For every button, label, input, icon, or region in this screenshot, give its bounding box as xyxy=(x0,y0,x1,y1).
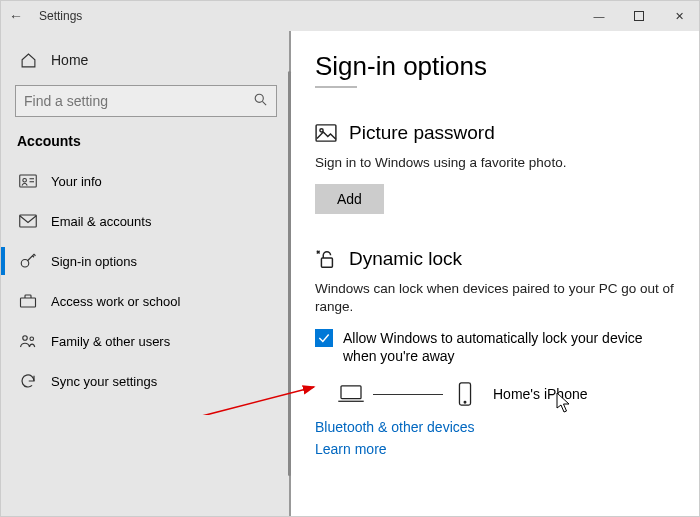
sidebar-item-label: Family & other users xyxy=(51,334,170,349)
close-button[interactable]: ✕ xyxy=(659,1,699,31)
titlebar: ← Settings ― ✕ xyxy=(1,1,699,31)
mail-icon xyxy=(19,212,37,230)
checkbox-checked-icon[interactable] xyxy=(315,329,333,347)
content-pane: Sign-in options Picture password Sign in… xyxy=(291,31,699,516)
window-title: Settings xyxy=(31,9,82,23)
laptop-icon xyxy=(337,383,365,405)
sidebar-item-label: Email & accounts xyxy=(51,214,151,229)
search-box[interactable] xyxy=(15,85,277,117)
sidebar-item-family-other-users[interactable]: Family & other users xyxy=(15,321,277,361)
sidebar-home[interactable]: Home xyxy=(15,41,277,79)
svg-line-2 xyxy=(262,101,266,105)
svg-rect-7 xyxy=(20,215,37,227)
key-icon xyxy=(19,252,37,270)
svg-point-19 xyxy=(464,402,466,404)
dynamic-lock-icon xyxy=(315,248,337,270)
back-button[interactable]: ← xyxy=(1,8,31,24)
paired-device-name: Home's iPhone xyxy=(493,386,588,402)
auto-lock-checkbox-label: Allow Windows to automatically lock your… xyxy=(343,329,665,365)
learn-more-link[interactable]: Learn more xyxy=(315,441,675,457)
paired-device-row: Home's iPhone xyxy=(315,383,675,405)
home-icon xyxy=(19,51,37,69)
sidebar-item-label: Your info xyxy=(51,174,102,189)
phone-icon xyxy=(451,383,479,405)
bluetooth-devices-link[interactable]: Bluetooth & other devices xyxy=(315,419,675,435)
dynamic-lock-desc: Windows can lock when devices paired to … xyxy=(315,280,675,316)
sidebar-item-label: Access work or school xyxy=(51,294,180,309)
sidebar-item-sign-in-options[interactable]: Sign-in options xyxy=(15,241,277,281)
minimize-button[interactable]: ― xyxy=(579,1,619,31)
connection-line-icon xyxy=(373,394,443,395)
dynamic-lock-header: Dynamic lock xyxy=(315,248,675,270)
sidebar-item-label: Sign-in options xyxy=(51,254,137,269)
maximize-button[interactable] xyxy=(619,1,659,31)
sidebar-item-your-info[interactable]: Your info xyxy=(15,161,277,201)
picture-password-title: Picture password xyxy=(349,122,495,144)
sidebar: Home Accounts Your info Email & acco xyxy=(1,31,291,516)
sync-icon xyxy=(19,372,37,390)
sidebar-home-label: Home xyxy=(51,52,88,68)
picture-icon xyxy=(315,122,337,144)
search-icon xyxy=(253,92,268,110)
dynamic-lock-title: Dynamic lock xyxy=(349,248,462,270)
auto-lock-checkbox-row[interactable]: Allow Windows to automatically lock your… xyxy=(315,329,675,365)
sidebar-item-email-accounts[interactable]: Email & accounts xyxy=(15,201,277,241)
svg-point-10 xyxy=(23,336,28,341)
svg-rect-0 xyxy=(635,12,644,21)
picture-password-desc: Sign in to Windows using a favorite phot… xyxy=(315,154,675,172)
add-button[interactable]: Add xyxy=(315,184,384,214)
sidebar-item-label: Sync your settings xyxy=(51,374,157,389)
svg-rect-14 xyxy=(321,258,332,267)
sidebar-category: Accounts xyxy=(17,133,277,149)
svg-point-13 xyxy=(320,129,323,132)
title-underline xyxy=(315,86,357,88)
svg-point-11 xyxy=(30,337,34,341)
svg-point-1 xyxy=(255,94,263,102)
svg-rect-17 xyxy=(341,386,361,399)
search-input[interactable] xyxy=(24,93,253,109)
sidebar-item-sync-settings[interactable]: Sync your settings xyxy=(15,361,277,401)
briefcase-icon xyxy=(19,292,37,310)
picture-password-header: Picture password xyxy=(315,122,675,144)
svg-point-4 xyxy=(23,178,27,182)
person-card-icon xyxy=(19,172,37,190)
page-title: Sign-in options xyxy=(315,51,675,82)
people-icon xyxy=(19,332,37,350)
svg-rect-12 xyxy=(316,125,336,141)
svg-rect-9 xyxy=(21,298,36,307)
sidebar-item-access-work-school[interactable]: Access work or school xyxy=(15,281,277,321)
